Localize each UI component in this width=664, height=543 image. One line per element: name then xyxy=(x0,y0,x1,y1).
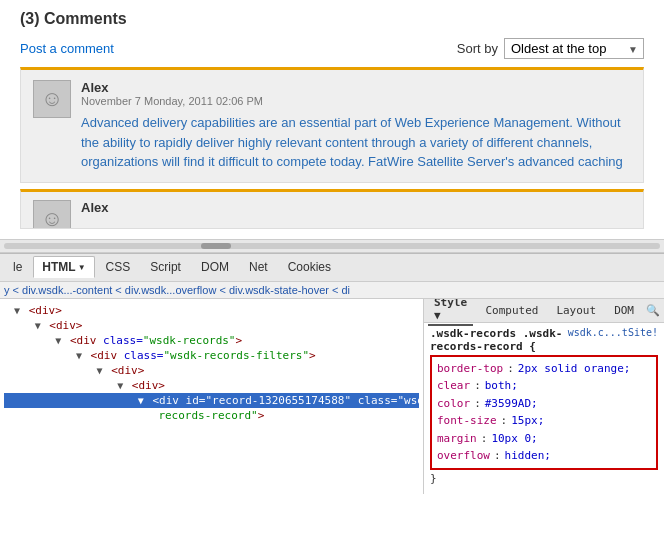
comment-body-2: Alex xyxy=(81,200,631,220)
style-rule-block: .wsdk-records .wsdk-records-record { wsd… xyxy=(424,323,664,492)
styles-toolbar: Style ▼ Computed Layout DOM 🔍 xyxy=(424,299,664,323)
html-breadcrumb: y < div.wsdk...-content < div.wsdk...ove… xyxy=(0,282,664,299)
styles-panel: Style ▼ Computed Layout DOM 🔍 .wsdk-reco… xyxy=(424,299,664,494)
style-prop-clear: clear: both; xyxy=(437,377,651,395)
tree-node-6[interactable]: ▼ <div> xyxy=(4,378,419,393)
devtools-panel: le HTML ▼ CSS Script DOM Net Cookies y <… xyxy=(0,253,664,494)
devtools-tab-net[interactable]: Net xyxy=(240,256,277,278)
devtools-main: ▼ <div> ▼ <div> ▼ <div class="wsdk-recor… xyxy=(0,299,664,494)
style-selector: .wsdk-records .wsdk-records-record { xyxy=(430,327,562,353)
tree-node-3[interactable]: ▼ <div class="wsdk-records"> xyxy=(4,333,419,348)
tree-node-5[interactable]: ▼ <div> xyxy=(4,363,419,378)
sort-select-wrapper: Oldest at the top Newest at the top xyxy=(504,38,644,59)
styles-search: 🔍 xyxy=(646,304,660,317)
styles-tab-dom[interactable]: DOM xyxy=(608,302,640,319)
sort-area: Sort by Oldest at the top Newest at the … xyxy=(457,38,644,59)
devtools-tab-html[interactable]: HTML ▼ xyxy=(33,256,94,278)
comments-section: (3) Comments Post a comment Sort by Olde… xyxy=(0,0,664,239)
tree-toggle-icon: ▼ xyxy=(35,320,41,331)
style-prop-margin: margin: 10px 0; xyxy=(437,430,651,448)
comment-card-partial: ☺ Alex xyxy=(20,189,644,229)
tree-node-2[interactable]: ▼ <div> xyxy=(4,318,419,333)
devtools-tab-le[interactable]: le xyxy=(4,256,31,278)
devtools-tab-cookies[interactable]: Cookies xyxy=(279,256,340,278)
tree-toggle-icon: ▼ xyxy=(76,350,82,361)
tree-node-1[interactable]: ▼ <div> xyxy=(4,303,419,318)
devtools-tab-css[interactable]: CSS xyxy=(97,256,140,278)
avatar: ☺ xyxy=(33,200,71,229)
style-closing-brace: } xyxy=(430,470,658,488)
devtools-tab-dom[interactable]: DOM xyxy=(192,256,238,278)
html-tree-panel: ▼ <div> ▼ <div> ▼ <div class="wsdk-recor… xyxy=(0,299,424,494)
comment-author: Alex xyxy=(81,80,631,95)
style-source[interactable]: wsdk.c...tSite! xyxy=(568,327,658,353)
dropdown-arrow-icon: ▼ xyxy=(78,263,86,272)
scrollbar-track xyxy=(4,243,660,249)
style-prop-font-size: font-size: 15px; xyxy=(437,412,651,430)
horizontal-scrollbar[interactable] xyxy=(0,239,664,253)
style-prop-color: color: #3599AD; xyxy=(437,395,651,413)
devtools-tab-script[interactable]: Script xyxy=(141,256,190,278)
devtools-toolbar: le HTML ▼ CSS Script DOM Net Cookies xyxy=(0,254,664,282)
scrollbar-thumb[interactable] xyxy=(201,243,231,249)
style-rule-header: .wsdk-records .wsdk-records-record { wsd… xyxy=(430,327,658,353)
styles-tab-layout[interactable]: Layout xyxy=(550,302,602,319)
styles-tab-computed[interactable]: Computed xyxy=(479,302,544,319)
style-prop-overflow: overflow: hidden; xyxy=(437,447,651,465)
comment-date: November 7 Monday, 2011 02:06 PM xyxy=(81,95,631,107)
tree-node-7-selected[interactable]: ▼ <div id="record-1320655174588" class="… xyxy=(4,393,419,408)
tree-toggle-icon: ▼ xyxy=(117,380,123,391)
tree-toggle-icon: ▼ xyxy=(14,305,20,316)
comment-card: ☺ Alex November 7 Monday, 2011 02:06 PM … xyxy=(20,67,644,183)
tree-node-8[interactable]: records-record"> xyxy=(4,408,419,423)
tree-node-4[interactable]: ▼ <div class="wsdk-records-filters"> xyxy=(4,348,419,363)
user-icon: ☺ xyxy=(41,86,63,112)
comment-author-2: Alex xyxy=(81,200,631,215)
comment-body: Alex November 7 Monday, 2011 02:06 PM Ad… xyxy=(81,80,631,172)
search-icon: 🔍 xyxy=(646,304,660,317)
tree-toggle-icon: ▼ xyxy=(138,395,144,406)
comments-title: (3) Comments xyxy=(20,10,644,28)
post-comment-link[interactable]: Post a comment xyxy=(20,41,114,56)
tree-toggle-icon: ▼ xyxy=(55,335,61,346)
styles-tab-style[interactable]: Style ▼ xyxy=(428,299,473,327)
style-prop-border-top: border-top: 2px solid orange; xyxy=(437,360,651,378)
comment-text: Advanced delivery capabilities are an es… xyxy=(81,113,631,172)
tree-toggle-icon: ▼ xyxy=(97,365,103,376)
style-properties-block: border-top: 2px solid orange; clear: bot… xyxy=(430,355,658,471)
sort-select[interactable]: Oldest at the top Newest at the top xyxy=(504,38,644,59)
user-icon: ☺ xyxy=(41,206,63,229)
comments-toolbar: Post a comment Sort by Oldest at the top… xyxy=(20,38,644,59)
avatar: ☺ xyxy=(33,80,71,118)
sort-label: Sort by xyxy=(457,41,498,56)
